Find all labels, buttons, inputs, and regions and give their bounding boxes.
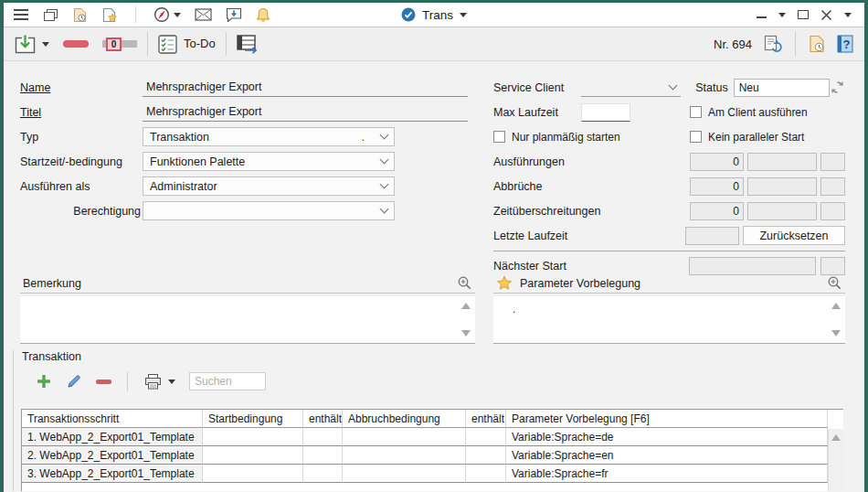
name-label[interactable]: Name	[20, 81, 143, 94]
cell-abbruchbedingung[interactable]	[343, 465, 466, 483]
letzte-laufzeit-field	[685, 227, 739, 245]
nur-planmaessig-checkbox[interactable]	[493, 131, 505, 143]
minimize-button[interactable]	[757, 16, 767, 18]
remove-row-icon[interactable]	[96, 380, 111, 384]
zuruecksetzen-button[interactable]: Zurücksetzen	[743, 226, 845, 245]
cell-abbruchbedingung[interactable]	[343, 428, 466, 446]
todo-button[interactable]: To-Do	[158, 35, 216, 54]
table-header-row: Transaktionsschritt Startbedingung enthä…	[22, 410, 828, 428]
record-number: Nr. 694	[714, 37, 752, 51]
refresh-status-icon[interactable]	[830, 80, 845, 95]
delete-bar-icon[interactable]	[63, 40, 89, 48]
cell-startbedingung[interactable]	[203, 428, 303, 446]
app-selector-caret[interactable]	[460, 13, 467, 17]
cell-transaktionsschritt[interactable]: 2. WebApp_2_Export01_Template	[22, 446, 203, 465]
table-export-icon[interactable]	[237, 35, 259, 54]
titel-label[interactable]: Titel	[20, 106, 143, 119]
am-client-checkbox[interactable]	[690, 106, 702, 118]
search-input[interactable]	[189, 372, 266, 390]
save-dropdown-caret[interactable]	[42, 42, 49, 47]
max-laufzeit-input[interactable]	[581, 103, 630, 122]
cell-transaktionsschritt[interactable]: 3. WebApp_2_Export01_Template	[22, 465, 203, 483]
menu-hamburger-icon[interactable]	[13, 8, 29, 21]
windows-copy-icon[interactable]	[43, 8, 58, 22]
cell-enthaelt-1[interactable]	[303, 428, 343, 446]
header-enthaelt-1[interactable]: enthält	[303, 410, 343, 428]
help-icon[interactable]: ?	[837, 35, 853, 53]
app-selector[interactable]: Trans	[401, 7, 467, 22]
scroll-down-icon[interactable]	[461, 330, 471, 337]
cell-parameter[interactable]: Variable:Sprache=de	[506, 428, 828, 446]
magnify-plus-icon[interactable]	[457, 275, 472, 291]
scroll-up-icon[interactable]	[831, 303, 841, 309]
parameter-textarea[interactable]: .	[493, 296, 845, 344]
cell-parameter[interactable]: Variable:Sprache=en	[506, 446, 828, 465]
add-row-icon[interactable]	[36, 373, 52, 390]
titel-input[interactable]: Mehrsprachiger Export	[143, 103, 468, 122]
document-clock-icon[interactable]	[72, 7, 88, 23]
status-input[interactable]: Neu	[734, 79, 830, 97]
table-scrollbar[interactable]	[828, 429, 843, 491]
document-history-icon[interactable]	[763, 35, 783, 54]
zero-counter-icon[interactable]: 0	[102, 37, 137, 51]
nur-planmaessig-checkbox-label[interactable]: Nur planmäßig starten	[512, 131, 620, 144]
table-row[interactable]: 3. WebApp_2_Export01_Template Variable:S…	[22, 465, 828, 483]
compass-dropdown-caret[interactable]	[174, 13, 181, 17]
cell-enthaelt-1[interactable]	[303, 465, 343, 483]
app-window: Trans 0 To-Do	[0, 0, 868, 492]
cell-abbruchbedingung[interactable]	[343, 446, 466, 465]
zeitueberschreitungen-count: 0	[690, 202, 744, 220]
document-clock-icon-2[interactable]	[808, 35, 826, 53]
compass-icon[interactable]	[153, 6, 181, 23]
parameter-panel: Parameter Vorbelegung .	[493, 273, 845, 344]
comment-arrow-icon[interactable]	[226, 7, 242, 22]
edit-pencil-icon[interactable]	[66, 373, 82, 390]
cell-enthaelt-1[interactable]	[303, 446, 343, 465]
cell-enthaelt-2[interactable]	[466, 465, 506, 483]
magnify-plus-icon[interactable]	[827, 275, 842, 291]
bemerkung-textarea[interactable]	[20, 296, 475, 344]
berechtigung-select[interactable]	[143, 201, 395, 220]
am-client-checkbox-label[interactable]: Am Client ausführen	[708, 106, 808, 119]
scroll-down-icon[interactable]	[831, 330, 841, 337]
header-transaktionsschritt[interactable]: Transaktionsschritt	[22, 410, 203, 428]
ausfuehrungen-field-2	[747, 153, 817, 171]
mail-icon[interactable]	[195, 8, 212, 21]
minimize-options-caret[interactable]	[778, 13, 786, 17]
cell-enthaelt-2[interactable]	[466, 446, 506, 465]
service-client-select[interactable]	[581, 79, 681, 97]
header-abbruchbedingung[interactable]: Abbruchbedingung	[343, 410, 466, 428]
cell-startbedingung[interactable]	[203, 465, 303, 483]
table-row[interactable]: 2. WebApp_2_Export01_Template Variable:S…	[22, 446, 828, 465]
print-dropdown-caret[interactable]	[168, 380, 175, 384]
transaktion-title: Transaktion	[14, 350, 852, 365]
bell-icon[interactable]	[256, 7, 270, 23]
startzeit-select[interactable]: Funktionen Palette	[143, 152, 395, 171]
chevron-down-icon	[380, 180, 389, 189]
cell-startbedingung[interactable]	[203, 446, 303, 465]
ausfuehren-als-select[interactable]: Administrator	[143, 176, 395, 196]
header-enthaelt-2[interactable]: enthält	[466, 410, 506, 428]
close-options-caret[interactable]	[844, 13, 852, 17]
kein-parallel-checkbox[interactable]	[690, 131, 702, 143]
save-import-icon[interactable]	[15, 35, 36, 54]
header-parameter-vorbelegung[interactable]: Parameter Vorbelegung [F6]	[506, 410, 828, 428]
name-input[interactable]: Mehrsprachiger Export	[143, 79, 468, 97]
typ-select[interactable]: Transaktion .	[143, 127, 395, 146]
cell-parameter[interactable]: Variable:Sprache=fr	[506, 465, 828, 483]
print-button[interactable]	[143, 373, 175, 390]
kein-parallel-checkbox-label[interactable]: Kein paralleler Start	[708, 131, 804, 144]
header-startbedingung[interactable]: Startbedingung	[203, 410, 303, 428]
right-column-divider	[493, 251, 845, 251]
maximize-button[interactable]	[798, 10, 809, 19]
document-star-icon[interactable]	[101, 7, 118, 23]
scroll-up-icon[interactable]	[461, 303, 471, 309]
toolbar-separator	[795, 32, 796, 56]
close-button[interactable]	[820, 9, 832, 21]
scroll-up-icon[interactable]	[831, 434, 841, 441]
table-row[interactable]: 1. WebApp_2_Export01_Template Variable:S…	[22, 428, 828, 446]
abbrueche-label: Abbrüche	[493, 180, 543, 193]
cell-enthaelt-2[interactable]	[466, 428, 506, 446]
toolbar-separator	[147, 32, 148, 56]
cell-transaktionsschritt[interactable]: 1. WebApp_2_Export01_Template	[22, 428, 203, 446]
